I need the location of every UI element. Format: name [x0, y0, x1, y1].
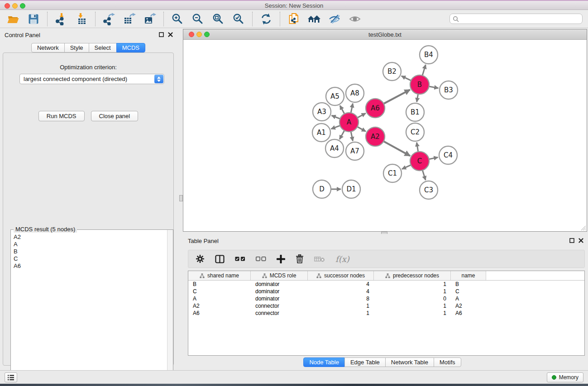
tab-style[interactable]: Style — [64, 43, 89, 52]
graph-edge-A-A8[interactable] — [351, 104, 353, 114]
mcds-result-item[interactable]: A — [14, 241, 164, 248]
column-header-shared-name[interactable]: shared name — [188, 271, 251, 280]
zoom-in-button[interactable] — [171, 12, 184, 26]
graph-edge-A-A4[interactable] — [339, 130, 344, 139]
tab-mcds[interactable]: MCDS — [116, 43, 145, 52]
mcds-result-item[interactable]: A2 — [14, 234, 164, 241]
table-cell[interactable]: 1 — [308, 310, 374, 317]
memory-button[interactable]: Memory — [547, 372, 583, 382]
table-cell[interactable]: A6 — [188, 310, 251, 317]
graph-edge-A-A2[interactable] — [357, 127, 366, 132]
table-cell[interactable]: 4 — [308, 288, 374, 295]
graph-edge-C-C2[interactable] — [417, 143, 418, 152]
float-panel-button[interactable] — [159, 32, 164, 37]
search-box[interactable] — [449, 14, 583, 24]
graph-edge-C-C3[interactable] — [422, 170, 425, 180]
table-row[interactable]: Adominator80A — [188, 295, 584, 302]
unselect-all-checkboxes-button[interactable] — [256, 257, 266, 261]
table-cell[interactable]: 0 — [374, 295, 451, 302]
function-builder-button-disabled[interactable]: f(x) — [335, 254, 349, 264]
import-table-button[interactable] — [75, 12, 88, 26]
graph-edge-B-B1[interactable] — [417, 94, 418, 102]
hide-graphics-details-button[interactable] — [328, 12, 341, 26]
show-column-button[interactable] — [215, 255, 225, 263]
open-session-button[interactable] — [6, 12, 20, 26]
select-all-checkboxes-button[interactable] — [235, 257, 245, 261]
mcds-result-scrollbar[interactable] — [167, 230, 173, 386]
graph-edge-C-C4[interactable] — [429, 157, 438, 159]
table-cell[interactable]: 1 — [308, 302, 374, 310]
tab-network[interactable]: Network — [31, 43, 65, 52]
graph-edge-B-B2[interactable] — [402, 76, 411, 81]
zoom-fit-button[interactable] — [211, 12, 225, 26]
table-cell[interactable]: 1 — [374, 288, 451, 295]
table-cell[interactable]: B — [451, 281, 486, 288]
table-cell[interactable]: connector — [251, 302, 308, 310]
table-row[interactable]: A2connector11A2 — [188, 302, 584, 310]
refresh-button[interactable] — [259, 12, 273, 26]
graph-edge-B-B3[interactable] — [429, 86, 439, 88]
table-row[interactable]: Bdominator41B — [188, 281, 584, 288]
mcds-result-list[interactable]: A2ABCA6 — [11, 231, 167, 386]
home-button[interactable] — [307, 12, 321, 26]
network-canvas[interactable]: AA1A2A3A4A5A6A7A8BB1B2B3B4CC1C2C3C4DD1 — [183, 40, 587, 231]
table-options-gear-button[interactable] — [196, 254, 205, 263]
table-cell[interactable]: B — [188, 281, 251, 288]
graph-edge-A-A1[interactable] — [331, 125, 341, 129]
close-table-panel-button[interactable] — [578, 238, 583, 243]
table-cell[interactable]: A2 — [188, 302, 251, 310]
export-image-button[interactable] — [143, 12, 157, 26]
criterion-select[interactable]: largest connected component (directed) — [19, 74, 164, 84]
save-session-button[interactable] — [27, 12, 40, 26]
zoom-out-button[interactable] — [191, 12, 205, 26]
table-cell[interactable]: dominator — [251, 281, 308, 288]
zoom-selected-button[interactable] — [232, 12, 245, 26]
tab-node-table[interactable]: Node Table — [303, 357, 345, 367]
table-row[interactable]: A6connector11A6 — [188, 310, 584, 317]
table-cell[interactable]: A6 — [451, 310, 486, 317]
column-header-name[interactable]: name — [451, 271, 486, 280]
mcds-result-item[interactable]: B — [14, 248, 164, 255]
table-cell[interactable]: 1 — [374, 302, 451, 310]
graph-edge-C-C1[interactable] — [402, 165, 411, 169]
export-network-button[interactable] — [102, 12, 116, 26]
table-cell[interactable]: C — [188, 288, 251, 295]
table-cell[interactable]: A2 — [451, 302, 486, 310]
table-cell[interactable]: dominator — [251, 288, 308, 295]
run-mcds-button[interactable]: Run MCDS — [38, 111, 85, 121]
table-row[interactable]: Cdominator41C — [188, 288, 584, 295]
network-from-file-button[interactable] — [287, 12, 301, 26]
search-input[interactable] — [461, 15, 582, 23]
table-cell[interactable]: 8 — [308, 295, 374, 302]
tab-edge-table[interactable]: Edge Table — [344, 357, 386, 367]
show-graphics-details-button[interactable] — [348, 12, 362, 26]
tab-network-table[interactable]: Network Table — [385, 357, 434, 367]
node-table[interactable]: shared nameMCDS rolesuccessor nodesprede… — [188, 271, 585, 356]
export-table-button[interactable] — [123, 12, 136, 26]
graph-edge-A2-C[interactable] — [383, 141, 410, 156]
mcds-result-item[interactable]: A6 — [14, 262, 164, 270]
graph-edge-A-A5[interactable] — [340, 105, 344, 114]
delete-table-button-disabled[interactable] — [314, 256, 325, 262]
import-network-button[interactable] — [54, 12, 68, 26]
close-panel-icon-button[interactable] — [168, 32, 173, 37]
table-cell[interactable]: 1 — [374, 310, 451, 317]
graph-edge-B-B4[interactable] — [422, 65, 426, 76]
float-table-panel-button[interactable] — [569, 238, 574, 243]
table-cell[interactable]: C — [451, 288, 486, 295]
graph-edge-A6-B[interactable] — [383, 90, 410, 104]
vertical-split-grip[interactable] — [179, 195, 183, 201]
column-header-predecessor-nodes[interactable]: predecessor nodes — [374, 271, 451, 280]
table-cell[interactable]: A — [451, 295, 486, 302]
tab-select[interactable]: Select — [89, 43, 117, 52]
close-panel-button[interactable]: Close panel — [91, 111, 139, 121]
table-cell[interactable]: 4 — [308, 281, 374, 288]
table-cell[interactable]: dominator — [251, 295, 308, 302]
mcds-result-item[interactable]: C — [14, 255, 164, 262]
table-cell[interactable]: 1 — [374, 281, 451, 288]
graph-edge-A-A7[interactable] — [351, 131, 353, 141]
column-header-successor-nodes[interactable]: successor nodes — [308, 271, 374, 280]
create-column-plus-button[interactable] — [277, 255, 285, 263]
graph-edge-A-A3[interactable] — [331, 115, 340, 119]
table-cell[interactable]: connector — [251, 310, 308, 317]
